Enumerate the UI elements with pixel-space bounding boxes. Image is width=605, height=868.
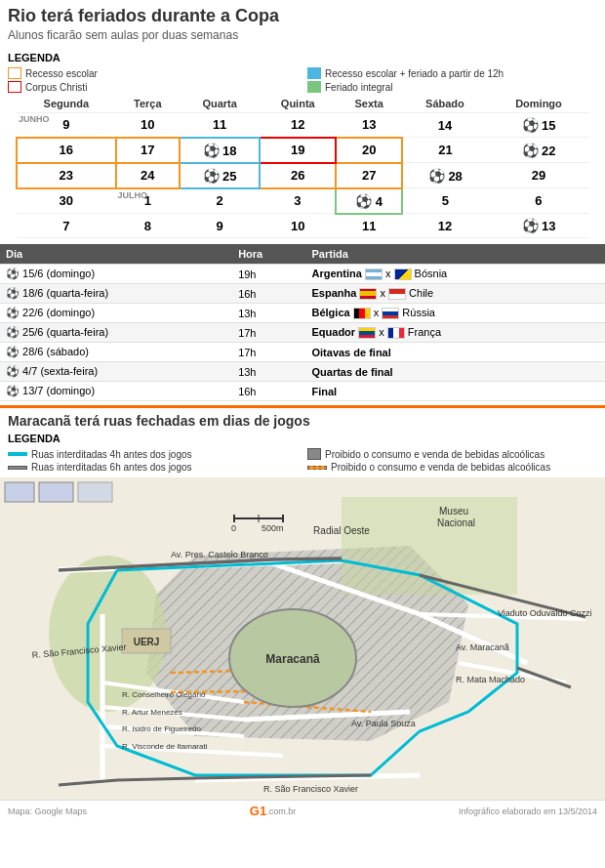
match-hour: 17h [232, 323, 305, 343]
flag-esp [359, 288, 377, 300]
map-title: Maracanã terá ruas fechadas em dias de j… [0, 408, 605, 431]
calendar-cell: 5 [402, 188, 488, 214]
calendar-cell: 29 [488, 163, 589, 188]
day-num: 3 [294, 193, 301, 208]
day-num: 11 [213, 117, 226, 132]
map-credit: Mapa: Google Maps [8, 806, 87, 816]
svg-text:UERJ: UERJ [134, 637, 160, 647]
matches-section: Dia Hora Partida ⚽ 15/6 (domingo)19hArge… [0, 244, 605, 401]
svg-rect-49 [39, 482, 73, 502]
calendar-row: 30JULHO123⚽ 456 [17, 188, 589, 214]
calendar-cell: 2 [180, 188, 260, 214]
calendar-cell: ⚽ 28 [402, 163, 488, 188]
match-partida: Espanha x Chile [305, 284, 605, 304]
match-hour: 16h [232, 382, 305, 401]
day-num: 21 [438, 143, 452, 157]
match-hour: 17h [232, 343, 305, 362]
col-partida: Partida [305, 244, 605, 265]
day-num: 9 [62, 117, 69, 132]
calendar-cell: JUNHO9 [17, 113, 116, 138]
calendar-cell: 12 [260, 113, 336, 138]
day-num: 17 [141, 143, 154, 157]
ball-icon: ⚽ [355, 193, 372, 209]
col-quinta: Quinta [260, 95, 336, 113]
svg-text:Av. Pres. Castelo Branco: Av. Pres. Castelo Branco [171, 550, 268, 559]
col-domingo: Domingo [488, 95, 589, 113]
day-num: 25 [222, 169, 236, 184]
calendar-section: Segunda Terça Quarta Quinta Sexta Sábado… [0, 95, 605, 238]
match-row: ⚽ 28/6 (sábado)17hOitavas de final [0, 343, 605, 362]
day-num: 20 [362, 143, 376, 157]
cyan-line-icon [8, 452, 27, 456]
g1-logo: G1 [250, 804, 266, 818]
match-day: ⚽ 15/6 (domingo) [0, 265, 232, 284]
ball-icon: ⚽ [6, 268, 20, 279]
calendar-cell: ⚽ 13 [488, 214, 589, 238]
day-num: 12 [438, 219, 452, 233]
legend-orange-box [8, 67, 21, 79]
flag-chi [388, 288, 406, 300]
day-num: 10 [291, 219, 304, 233]
ball-icon: ⚽ [203, 168, 220, 184]
col-quarta: Quarta [180, 95, 260, 113]
day-num: 11 [362, 219, 376, 233]
legenda-item-recesso-feriado: Recesso escolar + feriado a partir de 12… [307, 67, 597, 79]
map-legenda: Ruas interditadas 4h antes dos jogos Pro… [0, 445, 605, 477]
day-num: 4 [376, 194, 383, 209]
day-num: 8 [144, 219, 151, 233]
day-num: 10 [141, 117, 154, 132]
match-row: ⚽ 15/6 (domingo)19hArgentina x Bósnia [0, 265, 605, 284]
ball-icon: ⚽ [6, 365, 20, 377]
infographic-credit: Infográfico elaborado em 13/5/2014 [459, 806, 597, 816]
match-partida: Argentina x Bósnia [305, 265, 605, 284]
svg-text:Nacional: Nacional [437, 517, 475, 528]
month-label: JUNHO [19, 115, 50, 124]
match-row: ⚽ 18/6 (quarta-feira)16hEspanha x Chile [0, 284, 605, 304]
day-num: 24 [141, 168, 154, 183]
day-num: 22 [542, 144, 555, 158]
svg-text:Av. Maracanã: Av. Maracanã [456, 642, 509, 652]
match-row: ⚽ 4/7 (sexta-feira)13hQuartas de final [0, 362, 605, 382]
main-title: Rio terá feriados durante a Copa [0, 0, 605, 28]
month-label: JULHO [118, 191, 148, 200]
calendar-body: JUNHO91011121314⚽ 151617⚽ 18192021⚽ 2223… [17, 113, 589, 238]
legenda-section: LEGENDA Recesso escolar Recesso escolar … [0, 48, 605, 95]
calendar-cell: 7 [17, 214, 116, 238]
col-dia: Dia [0, 244, 232, 265]
match-row: ⚽ 13/7 (domingo)16hFinal [0, 382, 605, 401]
map-leg-gray-line: Ruas interditadas 6h antes dos jogos [8, 462, 298, 473]
match-row: ⚽ 22/6 (domingo)13hBélgica x Rússia [0, 304, 605, 323]
legenda-item-corpus: Corpus Christi [8, 81, 298, 93]
calendar-cell: 17 [116, 138, 181, 163]
map-svg: Maracanã UERJ 500m 0 Radial Oeste Viadut… [0, 477, 605, 800]
ball-icon: ⚽ [203, 143, 220, 158]
calendar-cell: 27 [336, 163, 402, 188]
day-num: 6 [535, 193, 542, 208]
svg-text:R. Visconde de Itamarati: R. Visconde de Itamarati [122, 742, 208, 751]
svg-text:Museu: Museu [439, 506, 468, 517]
match-day: ⚽ 25/6 (quarta-feira) [0, 323, 232, 343]
flag-bos [394, 269, 412, 280]
calendar-cell: 11 [180, 113, 260, 138]
calendar-cell: JULHO1 [116, 188, 181, 214]
day-num: 16 [60, 143, 73, 157]
match-hour: 13h [232, 362, 305, 382]
calendar-cell: 23 [17, 163, 116, 188]
map-leg-orange-dashed: Proibido o consumo e venda de bebidas al… [307, 462, 597, 473]
calendar-cell: ⚽ 4 [336, 188, 402, 214]
match-partida: Oitavas de final [305, 343, 605, 362]
day-num: 7 [62, 219, 69, 233]
calendar-cell: 11 [336, 214, 402, 238]
calendar-row: 2324⚽ 252627⚽ 2829 [17, 163, 589, 188]
svg-text:Av. Paula Souza: Av. Paula Souza [351, 719, 416, 728]
day-num: 12 [291, 117, 304, 132]
calendar-row: 789101112⚽ 13 [17, 214, 589, 238]
calendar-cell: ⚽ 25 [180, 163, 260, 188]
day-num: 5 [442, 193, 449, 208]
ball-icon: ⚽ [6, 287, 20, 299]
svg-text:R. São Francisco Xavier: R. São Francisco Xavier [263, 784, 358, 794]
day-num: 13 [542, 219, 555, 233]
ball-icon: ⚽ [522, 143, 539, 158]
calendar-cell: ⚽ 15 [488, 113, 589, 138]
calendar-cell: 20 [336, 138, 402, 163]
